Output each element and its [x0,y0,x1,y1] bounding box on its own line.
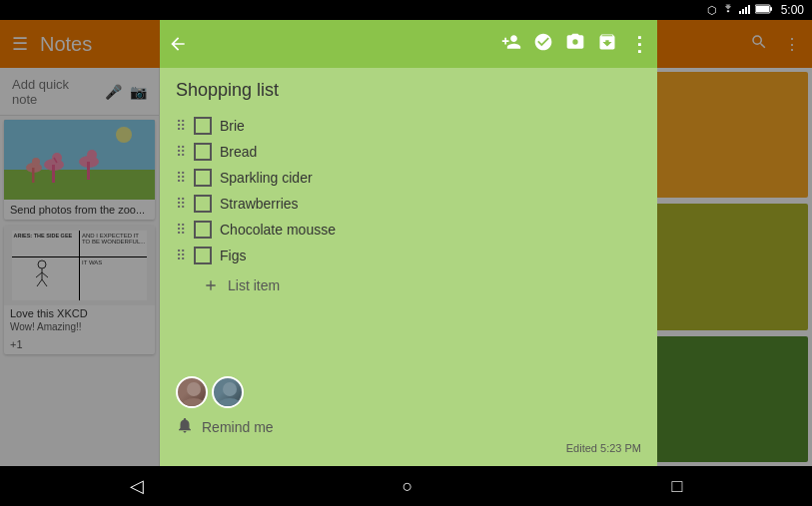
edited-timestamp: Edited 5:23 PM [176,442,641,454]
checklist-item: ⠿ Strawberries [176,191,641,217]
add-item-label[interactable]: List item [228,277,280,293]
home-nav-button[interactable]: ○ [403,476,413,497]
battery-icon [755,4,773,16]
collaborate-icon[interactable] [533,32,553,56]
checklist-item: ⠿ Chocolate mousse [176,217,641,243]
checklist-item: ⠿ Bread [176,139,641,165]
dialog-footer: Remind me Edited 5:23 PM [160,368,657,466]
svg-rect-5 [756,6,769,12]
nav-bar: ◁ ○ □ [0,466,812,506]
dialog-content: Shopping list ⠿ Brie ⠿ Bread ⠿ Sparkling… [160,68,657,368]
svg-rect-2 [745,7,747,14]
dialog-toolbar-actions: ⋮ [501,32,649,56]
add-item-row[interactable]: List item [176,272,641,298]
wifi-icon [721,4,735,16]
drag-handle[interactable]: ⠿ [176,118,186,134]
checkbox[interactable] [194,247,212,264]
item-label: Sparkling cider [220,170,313,186]
drag-handle[interactable]: ⠿ [176,248,186,263]
remind-icon [176,416,194,438]
dialog-toolbar: ⋮ [160,20,657,68]
back-button[interactable] [168,34,188,54]
checkbox[interactable] [194,143,212,161]
item-label: Figs [220,248,246,263]
avatar [176,376,208,408]
dialog-title: Shopping list [176,80,641,101]
item-label: Bread [220,144,257,160]
drag-handle[interactable]: ⠿ [176,170,186,186]
svg-point-29 [218,398,242,408]
archive-icon[interactable] [597,32,617,56]
add-icon [202,276,220,294]
checkbox[interactable] [194,195,212,213]
item-label: Strawberries [220,196,299,212]
svg-point-27 [182,398,206,408]
drag-handle[interactable]: ⠿ [176,222,186,238]
item-label: Brie [220,118,245,134]
svg-rect-3 [748,5,750,14]
checkbox[interactable] [194,169,212,187]
time-display: 5:00 [781,3,804,17]
svg-point-28 [223,382,237,396]
add-person-icon[interactable] [501,32,521,56]
svg-rect-0 [739,11,741,14]
item-label: Chocolate mousse [220,222,336,238]
drag-handle[interactable]: ⠿ [176,196,186,212]
checklist: ⠿ Brie ⠿ Bread ⠿ Sparkling cider ⠿ Straw… [176,113,641,268]
checklist-item: ⠿ Brie [176,113,641,139]
status-icons: ⬡ 5:00 [707,3,804,17]
recent-nav-button[interactable]: □ [672,476,683,497]
avatar [212,376,244,408]
drag-handle[interactable]: ⠿ [176,144,186,160]
camera-icon[interactable] [565,32,585,56]
checkbox[interactable] [194,221,212,239]
bluetooth-icon: ⬡ [707,4,717,17]
remind-me-row[interactable]: Remind me [176,416,641,438]
shopping-dialog: ⋮ Shopping list ⠿ Brie ⠿ Bread ⠿ Sparkli… [160,20,657,466]
signal-icon [739,4,751,16]
remind-label: Remind me [202,419,274,435]
status-bar: ⬡ 5:00 [0,0,812,20]
svg-rect-6 [770,7,772,11]
checkbox[interactable] [194,117,212,135]
svg-rect-1 [742,9,744,14]
avatar-row [176,376,641,408]
svg-point-26 [187,382,201,396]
back-nav-button[interactable]: ◁ [130,475,144,497]
checklist-item: ⠿ Figs [176,243,641,268]
checklist-item: ⠿ Sparkling cider [176,165,641,191]
more-icon[interactable]: ⋮ [629,32,649,56]
